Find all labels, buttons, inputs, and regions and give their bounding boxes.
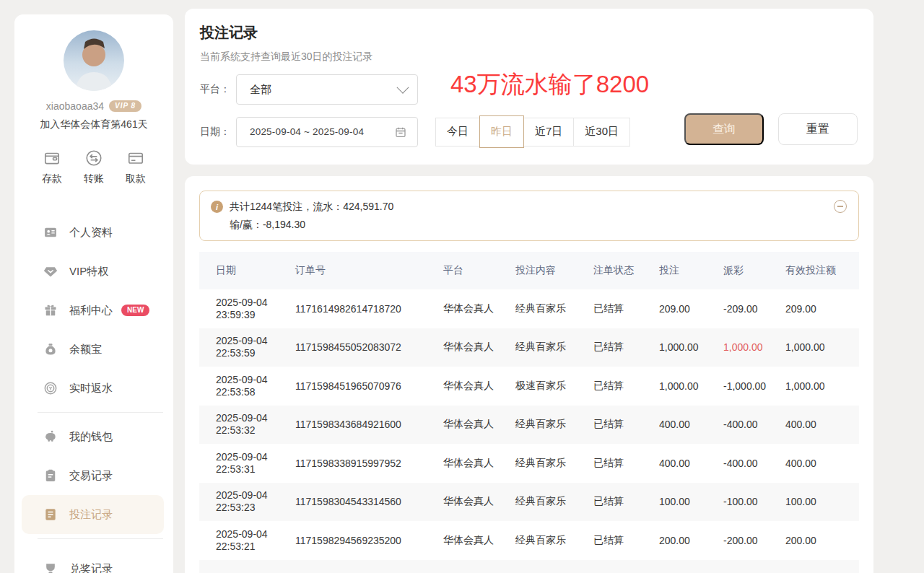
sidebar-item-rebate[interactable]: 实时返水 <box>14 369 173 408</box>
date-range-value: 2025-09-04 ~ 2025-09-04 <box>250 126 394 137</box>
transfer-button[interactable]: 转账 <box>84 149 104 185</box>
cell-platform: 华体会真人 <box>443 457 515 470</box>
col-header-platform: 平台 <box>443 264 515 277</box>
table-row: 2025-09-0422:53:58 1171598451965070976 华… <box>199 367 859 406</box>
sidebar-item-vip[interactable]: VIP特权 <box>14 252 173 291</box>
cell-content: 极速百家乐 <box>515 380 593 393</box>
sidebar-item-label: 福利中心 <box>69 304 113 318</box>
sidebar-item-label: 实时返水 <box>69 382 113 395</box>
sidebar-item-prize-records[interactable]: 兑奖记录 <box>14 549 173 573</box>
range-today-button[interactable]: 今日 <box>435 118 480 146</box>
table-row: 2025-09-0422:53:21 1171598294569235200 华… <box>199 521 859 560</box>
col-header-payout: 派彩 <box>723 264 785 277</box>
cell-order: 1171598338915997952 <box>295 458 443 469</box>
date-filter-row: 日期： 2025-09-04 ~ 2025-09-04 今日 昨日 近7日 近3… <box>200 115 858 148</box>
piggy-bank-icon <box>43 429 58 444</box>
info-icon: i <box>211 201 223 213</box>
sidebar-item-label: 兑奖记录 <box>69 562 113 573</box>
sidebar-divider <box>38 412 163 413</box>
sidebar-item-transactions[interactable]: 交易记录 <box>14 456 173 495</box>
date-range-picker[interactable]: 2025-09-04 ~ 2025-09-04 <box>236 117 418 147</box>
cell-date-day: 2025-09-04 <box>216 297 268 308</box>
collapse-minus-icon[interactable] <box>834 200 847 213</box>
cell-valid: 1,000.00 <box>785 341 859 353</box>
cell-status: 已结算 <box>593 457 659 470</box>
cell-order: 1171598455052083072 <box>295 341 443 353</box>
sidebar-item-label: VIP特权 <box>69 265 108 279</box>
sidebar-item-welfare[interactable]: 福利中心 NEW <box>14 291 173 330</box>
table-row: 2025-09-0422:53:32 1171598343684921600 华… <box>199 406 859 445</box>
cell-status: 已结算 <box>593 302 659 315</box>
table-row: 2025-09-0422:53:59 1171598455052083072 华… <box>199 328 859 367</box>
range-yesterday-button[interactable]: 昨日 <box>479 115 524 148</box>
avatar-wrap <box>14 30 173 91</box>
cell-valid: 400.00 <box>785 419 859 430</box>
sidebar-menu: 个人资料 VIP特权 福利中心 NEW <box>14 213 173 573</box>
cell-platform: 华体会真人 <box>443 302 515 315</box>
cell-bet: 1,000.00 <box>659 341 723 353</box>
cell-date: 2025-09-0422:53:59 <box>216 335 295 359</box>
col-header-status: 注单状态 <box>593 264 659 277</box>
new-badge: NEW <box>121 305 149 316</box>
cell-date: 2025-09-0422:53:23 <box>216 489 295 514</box>
cell-date-day: 2025-09-04 <box>216 489 268 501</box>
filter-panel: 投注记录 当前系统支持查询最近30日的投注记录 43万流水输了8200 平台： … <box>185 9 873 165</box>
withdraw-icon <box>126 149 145 167</box>
cell-date: 2025-09-0423:59:39 <box>216 297 295 321</box>
cell-status: 已结算 <box>593 380 659 393</box>
table-row: 2025-09-04 1171598291247370880 华体会真人 经典百… <box>199 560 859 573</box>
cell-date-day: 2025-09-04 <box>216 412 268 424</box>
range-7days-button[interactable]: 近7日 <box>523 118 574 146</box>
sidebar-item-yuebao[interactable]: 余额宝 <box>14 330 173 369</box>
cell-payout: -400.00 <box>723 419 785 430</box>
cell-date: 2025-09-0422:53:32 <box>216 412 295 437</box>
transfer-icon <box>84 149 103 167</box>
col-header-valid: 有效投注额 <box>785 264 859 277</box>
sidebar-divider <box>38 538 163 539</box>
cell-date: 2025-09-0422:53:31 <box>216 451 295 476</box>
col-header-order: 订单号 <box>295 264 443 277</box>
chevron-down-icon <box>397 82 409 94</box>
range-30days-button[interactable]: 近30日 <box>573 118 630 146</box>
query-button[interactable]: 查询 <box>684 113 764 145</box>
cell-date-day: 2025-09-04 <box>216 451 268 463</box>
reset-button[interactable]: 重置 <box>778 113 858 145</box>
withdraw-button[interactable]: 取款 <box>126 149 146 185</box>
sidebar-item-wallet[interactable]: 我的钱包 <box>14 417 173 456</box>
cell-payout: -1,000.00 <box>723 380 785 392</box>
cell-platform: 华体会真人 <box>443 341 515 354</box>
cell-date: 2025-09-0422:53:58 <box>216 374 295 398</box>
sidebar-item-profile[interactable]: 个人资料 <box>14 213 173 252</box>
quick-range-group: 今日 昨日 近7日 近30日 <box>436 115 630 148</box>
sidebar-item-bet-records[interactable]: 投注记录 <box>22 495 164 534</box>
sidebar-item-label: 个人资料 <box>69 226 113 240</box>
withdraw-label: 取款 <box>126 172 146 185</box>
profile-icon <box>43 225 58 240</box>
table-body: 2025-09-0423:59:39 1171614982614718720 华… <box>199 289 859 573</box>
clipboard-icon <box>43 468 58 483</box>
sidebar-item-label: 余额宝 <box>69 343 102 357</box>
summary-line-1: 共计1244笔投注，流水：424,591.70 <box>230 199 393 214</box>
money-pouch-icon <box>43 342 58 357</box>
deposit-icon <box>43 149 61 167</box>
cell-date-time: 22:53:59 <box>216 347 256 359</box>
cell-bet: 200.00 <box>659 535 723 546</box>
cell-valid: 200.00 <box>785 535 859 546</box>
cell-date-time: 22:53:58 <box>216 386 256 398</box>
cell-order: 1171598451965070976 <box>295 380 443 392</box>
calendar-icon <box>394 126 407 139</box>
platform-select[interactable]: 全部 <box>236 74 418 105</box>
cell-status: 已结算 <box>593 534 659 547</box>
cell-date-time: 22:53:31 <box>216 463 256 475</box>
bet-records-icon <box>43 507 58 522</box>
cell-date: 2025-09-0422:53:21 <box>216 528 295 553</box>
page-title: 投注记录 <box>200 23 858 43</box>
avatar-photo-icon <box>64 30 124 91</box>
platform-selected-value: 全部 <box>250 83 398 97</box>
avatar[interactable] <box>64 30 124 91</box>
page-subtitle: 当前系统支持查询最近30日的投注记录 <box>200 51 858 64</box>
cell-order: 1171598304543314560 <box>295 496 443 507</box>
deposit-button[interactable]: 存款 <box>42 149 62 185</box>
prize-records-icon <box>43 561 58 573</box>
table-row: 2025-09-0423:59:39 1171614982614718720 华… <box>199 289 859 328</box>
